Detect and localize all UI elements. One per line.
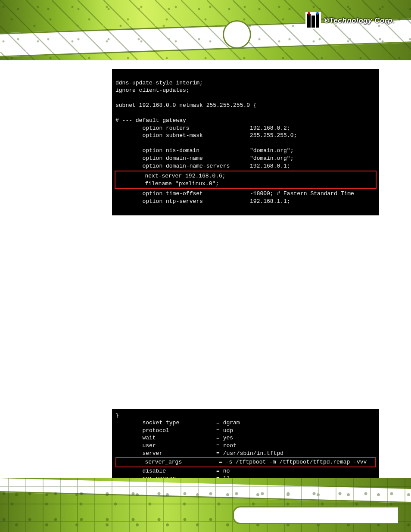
hidden-dash: – [190,361,192,366]
terminal-text-pre: ddns-update-style interim; ignore client… [115,80,297,169]
terminal2-pre: } socket_type = dgram protocol = udp wai… [115,412,283,457]
brand-logo: ®Technology Corp. [305,12,395,29]
terminal-text-post: option time-offset -18000; # Eastern Sta… [115,190,354,205]
dhcpd-conf-terminal: ddns-update-style interim; ignore client… [112,69,379,215]
page-content: ddns-update-style interim; ignore client… [112,69,379,507]
header-banner [0,0,411,60]
highlighted-config-block: next-server 192.168.0.6; filename "pxeli… [115,171,377,189]
hidden-underline: _____ [116,304,128,308]
highlighted-server-args: server_args = -s /tftpboot -m /tftpboot/… [115,457,376,467]
iei-logo-icon [305,12,321,29]
pcb-texture [0,0,411,60]
footer-banner [0,478,411,532]
brand-text: ®Technology Corp. [324,16,395,25]
pcb-texture-footer [0,478,411,532]
